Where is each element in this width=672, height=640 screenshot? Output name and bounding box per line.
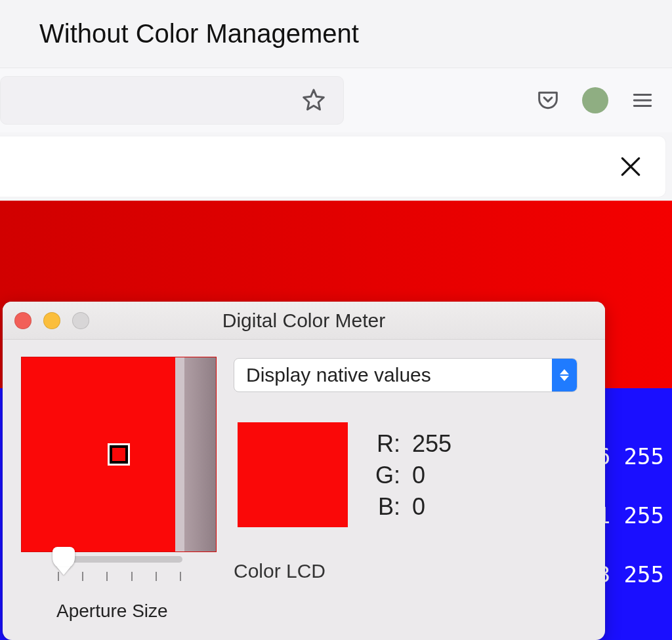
r-value: 255 <box>408 429 455 459</box>
g-value: 0 <box>408 460 455 490</box>
aperture-size-label: Aperture Size <box>56 601 168 622</box>
blue-text-line-1: 6 255 <box>597 443 664 470</box>
hamburger-menu-icon[interactable] <box>627 85 658 115</box>
page-label: Without Color Management <box>39 19 359 49</box>
profile-avatar[interactable] <box>580 85 610 115</box>
aperture-marker-icon <box>110 445 128 464</box>
display-mode-value: Display native values <box>234 359 552 391</box>
window-close-button[interactable] <box>14 312 32 329</box>
r-label: R: <box>371 429 407 459</box>
blue-text-line-3: 3 255 <box>597 561 664 588</box>
magnifier-edge <box>175 357 216 551</box>
rgb-readout: R: 255 G: 0 B: 0 <box>370 428 457 523</box>
bookmark-star-icon[interactable] <box>299 85 329 115</box>
select-stepper-icon[interactable] <box>552 359 577 391</box>
browser-toolbar <box>0 68 672 132</box>
window-title: Digital Color Meter <box>222 310 385 332</box>
b-value: 0 <box>408 492 455 522</box>
window-traffic-lights <box>14 312 89 329</box>
color-meter-body: Display native values R: 255 G: 0 B: 0 <box>3 340 605 640</box>
display-mode-select[interactable]: Display native values <box>234 358 578 392</box>
tab-title-bar: Without Color Management <box>0 0 672 68</box>
magnifier-preview <box>21 357 217 552</box>
aperture-size-slider[interactable] <box>56 556 182 581</box>
sampled-color-swatch <box>238 422 348 527</box>
g-label: G: <box>371 460 407 490</box>
slider-thumb[interactable] <box>52 547 75 569</box>
avatar-icon <box>582 87 608 113</box>
window-minimize-button[interactable] <box>43 312 60 329</box>
pocket-icon[interactable] <box>533 85 563 115</box>
slider-ticks <box>56 572 182 581</box>
b-label: B: <box>371 492 407 522</box>
color-meter-window[interactable]: Digital Color Meter Display native value… <box>3 302 605 640</box>
blue-text-line-2: 1 255 <box>597 502 664 529</box>
close-icon[interactable] <box>616 151 646 182</box>
find-bar <box>0 136 665 197</box>
display-name-label: Color LCD <box>234 560 326 582</box>
window-zoom-button[interactable] <box>72 312 89 329</box>
slider-track[interactable] <box>56 556 182 563</box>
window-titlebar[interactable]: Digital Color Meter <box>3 302 605 340</box>
address-bar[interactable] <box>0 76 344 125</box>
